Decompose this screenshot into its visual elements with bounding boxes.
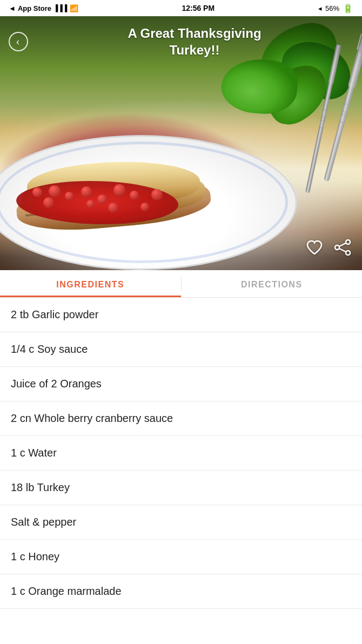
- action-buttons: [306, 239, 351, 259]
- favorite-button[interactable]: [306, 239, 323, 259]
- share-button[interactable]: [334, 239, 351, 259]
- hero-image: ‹ A Great Thanksgiving Turkey!!: [0, 16, 362, 270]
- berry-6: [113, 184, 125, 196]
- signal-icon: ▐▐▐: [53, 4, 68, 12]
- berry-10: [108, 203, 118, 213]
- back-button[interactable]: ‹: [9, 32, 28, 51]
- title-overlay: ‹ A Great Thanksgiving Turkey!!: [0, 16, 362, 67]
- berry-4: [81, 186, 92, 197]
- svg-point-13: [346, 251, 350, 255]
- svg-line-15: [339, 249, 346, 252]
- berry-12: [140, 203, 149, 211]
- battery-label: 56%: [325, 4, 339, 12]
- ingredient-item: 18 lb Turkey: [0, 471, 362, 505]
- ingredient-item: 1 c Honey: [0, 540, 362, 574]
- location-icon: ◂: [318, 4, 322, 12]
- berry-7: [130, 191, 139, 200]
- berry-2: [49, 185, 61, 197]
- wifi-icon: 📶: [70, 4, 78, 12]
- tab-bar: INGREDIENTS DIRECTIONS: [0, 270, 362, 298]
- ingredient-item: Salt & pepper: [0, 505, 362, 540]
- status-time: 12:56 PM: [182, 4, 214, 12]
- berry-5: [97, 194, 107, 204]
- status-bar: ◄ App Store ▐▐▐ 📶 12:56 PM ◂ 56% 🔋: [0, 0, 362, 16]
- status-left: ◄ App Store ▐▐▐ 📶: [9, 4, 78, 12]
- ingredient-item: Juice of 2 Oranges: [0, 367, 362, 401]
- tab-ingredients[interactable]: INGREDIENTS: [0, 270, 181, 297]
- ingredient-item: 2 tb Garlic powder: [0, 298, 362, 332]
- ingredient-item: 1 c Orange marmalade: [0, 574, 362, 609]
- back-arrow-icon: ◄: [9, 4, 16, 12]
- berry-9: [86, 200, 95, 208]
- svg-line-14: [339, 243, 346, 246]
- back-chevron-icon: ‹: [16, 36, 19, 48]
- svg-point-12: [335, 245, 339, 250]
- berry-1: [32, 187, 42, 197]
- battery-icon: 🔋: [343, 3, 353, 14]
- recipe-title: A Great Thanksgiving Turkey!!: [36, 25, 353, 58]
- berry-11: [151, 189, 163, 200]
- berry-3: [65, 192, 73, 200]
- status-right: ◂ 56% 🔋: [318, 3, 353, 14]
- tab-directions[interactable]: DIRECTIONS: [182, 270, 363, 297]
- berry-8: [43, 197, 54, 208]
- ingredient-item: 2 cn Whole berry cranberry sauce: [0, 401, 362, 436]
- ingredient-item: 1 c Water: [0, 436, 362, 471]
- ingredients-list: 2 tb Garlic powder1/4 c Soy sauceJuice o…: [0, 298, 362, 609]
- ingredient-item: 1/4 c Soy sauce: [0, 332, 362, 367]
- carrier-label: App Store: [18, 4, 51, 12]
- svg-point-11: [346, 240, 350, 244]
